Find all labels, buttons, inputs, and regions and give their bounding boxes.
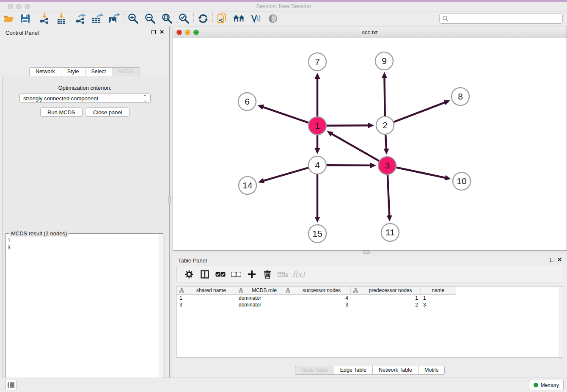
select-all-icon[interactable] — [212, 268, 228, 281]
zoom-fit-icon[interactable] — [159, 12, 176, 25]
graph-edge-arrowhead — [368, 123, 374, 128]
close-panel-icon[interactable]: ✕ — [160, 29, 164, 35]
toolbar-separator — [71, 13, 71, 24]
graph-edge-arrowhead — [315, 217, 320, 223]
table-row[interactable]: 1 dominator 4 1 1 — [177, 295, 563, 301]
delete-table-icon[interactable] — [275, 268, 291, 281]
import-table-icon[interactable] — [53, 12, 70, 25]
refresh-icon[interactable] — [195, 12, 212, 25]
mcds-result-item: 3 — [8, 244, 11, 251]
tab-network-table[interactable]: Network Table — [373, 366, 418, 375]
table-row[interactable]: 3 dominator 3 2 3 — [177, 301, 563, 308]
add-row-icon[interactable] — [244, 268, 259, 281]
save-session-icon[interactable] — [17, 12, 34, 25]
graph-edge-arrowhead — [258, 178, 264, 183]
graph-edge-2-8[interactable] — [394, 102, 446, 122]
column-selector-icon[interactable] — [197, 268, 212, 281]
graph-node-label: 4 — [315, 160, 320, 170]
graph-edge-arrowhead — [383, 149, 389, 155]
graph-node-label: 2 — [383, 120, 388, 130]
tab-edge-table[interactable]: Edge Table — [334, 366, 373, 375]
graph-edge-1-6[interactable] — [262, 107, 308, 123]
list-icon — [7, 382, 15, 388]
attribute-tree-icon — [286, 288, 290, 293]
node-table[interactable]: shared name MCDS role successor nodes pr… — [176, 286, 563, 358]
column-header-name[interactable]: name — [421, 287, 456, 295]
toolbar-separator — [193, 13, 194, 24]
home-layout-icon[interactable] — [231, 12, 248, 25]
graph-edge-4-14[interactable] — [263, 168, 308, 181]
graph-node-label: 10 — [457, 176, 466, 186]
show-graphics-details-icon[interactable] — [248, 12, 264, 25]
result-scrollbar[interactable] — [159, 234, 162, 392]
graph-edge-arrowhead — [387, 215, 392, 221]
export-table-icon[interactable] — [89, 12, 106, 25]
tab-select[interactable]: Select — [85, 67, 113, 76]
export-network-icon[interactable] — [72, 12, 89, 25]
main-toolbar — [0, 11, 567, 26]
zoom-out-icon[interactable] — [142, 12, 159, 25]
control-panel-header: Control Panel ✕ — [0, 26, 169, 39]
task-history-button[interactable] — [5, 380, 17, 390]
graph-node-label: 14 — [242, 180, 253, 190]
graph-edge-3-1[interactable] — [331, 134, 379, 161]
tab-motifs[interactable]: Motifs — [418, 366, 445, 375]
memory-button[interactable]: Memory — [529, 380, 564, 390]
mcds-result-item: 1 — [8, 237, 11, 244]
search-input[interactable] — [449, 15, 562, 22]
export-image-icon[interactable] — [106, 12, 123, 25]
close-panel-button[interactable]: Close panel — [86, 108, 129, 117]
graph-edge-arrowhead — [315, 73, 320, 79]
graph-node-label: 9 — [382, 56, 387, 66]
graph-edge-3-11[interactable] — [388, 175, 389, 216]
graph-edge-1-2[interactable] — [327, 125, 369, 126]
graph-edge-2-3[interactable] — [385, 135, 386, 149]
attribute-tree-icon — [239, 288, 243, 293]
table-scrollbar[interactable] — [559, 287, 563, 357]
open-folder-icon[interactable] — [0, 12, 17, 25]
import-network-icon[interactable] — [36, 12, 53, 25]
table-toolbar: f(x) — [176, 266, 563, 282]
graph-edge-4-3[interactable] — [327, 165, 371, 166]
birds-eye-view-icon[interactable] — [264, 12, 281, 25]
graph-node-label: 8 — [458, 91, 463, 101]
network-canvas[interactable]: 7968124314101511 — [173, 38, 567, 250]
optimization-criterion-label: Optimization criterion: — [3, 85, 167, 91]
network-window-titlebar[interactable]: ✕ − + scc.txt — [173, 27, 567, 38]
column-header-mcds-role[interactable]: MCDS role — [236, 287, 283, 295]
search-icon — [442, 15, 449, 22]
splitter-grip-horizontal[interactable] — [363, 251, 370, 254]
graph-node-label: 7 — [315, 57, 320, 66]
float-panel-icon[interactable] — [151, 30, 156, 34]
float-panel-icon[interactable] — [550, 258, 554, 262]
deselect-all-icon[interactable] — [228, 268, 244, 281]
tab-network[interactable]: Network — [29, 67, 61, 76]
delete-row-icon[interactable] — [259, 268, 275, 281]
settings-gear-icon[interactable] — [181, 268, 197, 281]
column-header-shared-name[interactable]: shared name — [177, 287, 236, 295]
function-builder-icon[interactable]: f(x) — [291, 268, 306, 281]
graph-edge-2-9[interactable] — [385, 77, 385, 116]
run-mcds-button[interactable]: Run MCDS — [40, 108, 83, 117]
cell-shared-name: 3 — [177, 301, 236, 308]
column-header-successor-nodes[interactable]: successor nodes — [283, 287, 351, 295]
splitter-grip-vertical[interactable] — [168, 196, 171, 203]
toolbar-separator — [124, 13, 124, 24]
graph-edge-arrowhead — [315, 148, 320, 154]
memory-label: Memory — [541, 382, 559, 388]
memory-status-icon — [534, 383, 538, 387]
zoom-selected-icon[interactable] — [176, 12, 193, 25]
table-panel-title: Table Panel — [178, 257, 207, 264]
column-header-predecessor-nodes[interactable]: predecessor nodes — [351, 287, 421, 295]
criterion-select[interactable]: strongly connected component ⌃⌄ — [19, 94, 151, 103]
tab-mcds[interactable]: MCDS — [112, 67, 140, 76]
status-bar: Memory — [0, 378, 567, 392]
graph-edge-3-10[interactable] — [396, 168, 446, 178]
tab-node-table[interactable]: Node Table — [295, 366, 334, 375]
cell-successor-nodes: 3 — [283, 301, 351, 308]
global-search-field[interactable] — [439, 14, 563, 24]
new-network-file-icon[interactable] — [214, 12, 231, 25]
close-panel-icon[interactable]: ✕ — [557, 257, 562, 263]
tab-style[interactable]: Style — [61, 67, 85, 76]
zoom-in-icon[interactable] — [125, 12, 142, 25]
